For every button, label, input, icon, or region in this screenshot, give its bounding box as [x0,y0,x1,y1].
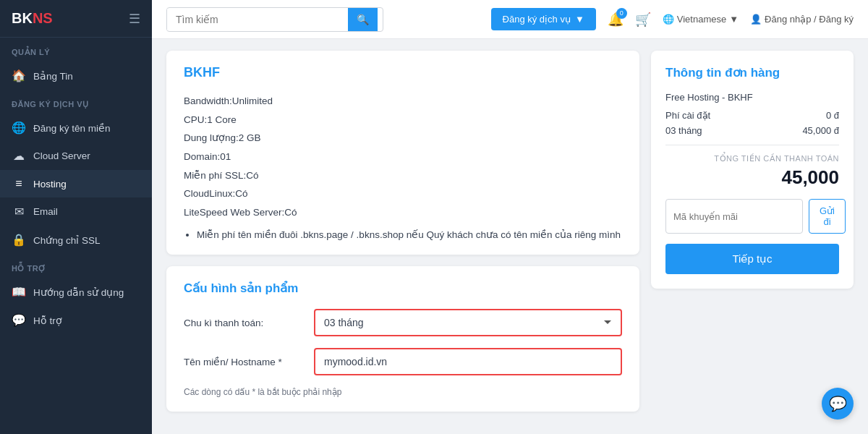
order-product: Free Hosting - BKHF [665,92,839,103]
cloud-icon: ☁ [12,149,26,163]
promo-input[interactable] [665,199,803,234]
install-fee-label: Phí cài đặt [665,110,710,121]
dropdown-arrow-icon: ▼ [575,14,584,25]
hostname-label: Tên miền/ Hostname * [184,356,314,367]
logo-bk: BK [12,10,33,26]
spec-bandwidth: Bandwidth:Unlimited [184,92,622,111]
sidebar: BKNS ☰ QUẢN LÝ 🏠 Bảng Tin ĐĂNG KÝ DỊCH V… [0,0,152,434]
sidebar-item-label: Chứng chỉ SSL [33,234,101,246]
support-icon: 💬 [12,313,26,327]
sidebar-item-label: Cloud Server [33,150,90,161]
login-link[interactable]: 👤 Đăng nhập / Đăng ký [750,14,854,25]
sidebar-item-ssl[interactable]: 🔒 Chứng chỉ SSL [0,226,152,254]
config-title: Cấu hình sản phẩm [184,281,622,296]
navbar: 🔍 Đăng ký dịch vụ ▼ 🔔 0 🛒 🌐 Vietnamese ▼… [152,0,868,39]
spec-storage: Dung lượng:2 GB [184,129,622,148]
product-title: BKHF [184,65,622,80]
navbar-right: Đăng ký dịch vụ ▼ 🔔 0 🛒 🌐 Vietnamese ▼ 👤… [491,8,854,30]
product-info-card: BKHF Bandwidth:Unlimited CPU:1 Core Dung… [166,51,639,255]
register-service-button[interactable]: Đăng ký dịch vụ ▼ [491,8,596,30]
spec-cpu: CPU:1 Core [184,111,622,129]
sidebar-item-label: Hướng dẫn sử dụng [33,286,124,298]
sidebar-item-dashboard[interactable]: 🏠 Bảng Tin [0,61,152,90]
chat-icon: 💬 [829,395,847,412]
sidebar-item-hosting[interactable]: ≡ Hosting [0,170,152,197]
spec-ssl: Miễn phí SSL:Có [184,166,622,185]
promo-row: Gửi đi [665,199,839,234]
section-label-manage: QUẢN LÝ [0,38,152,61]
logo-ns: NS [33,10,53,26]
language-label: Vietnamese [677,14,726,25]
sidebar-item-label: Đăng ký tên miền [33,122,111,134]
sidebar-item-cloud-server[interactable]: ☁ Cloud Server [0,142,152,170]
search-input[interactable] [167,9,348,30]
language-selector[interactable]: 🌐 Vietnamese ▼ [663,14,739,25]
register-service-label: Đăng ký dịch vụ [503,14,571,25]
left-column: BKHF Bandwidth:Unlimited CPU:1 Core Dung… [166,51,639,422]
order-divider [665,145,839,145]
order-period-row: 03 tháng 45,000 đ [665,125,839,136]
hosting-icon: ≡ [12,177,26,190]
section-label-support: HỖ TRỢ [0,254,152,278]
order-install-fee-row: Phí cài đặt 0 đ [665,110,839,121]
email-icon: ✉ [12,205,26,218]
notification-badge: 0 [616,8,627,19]
install-fee-value: 0 đ [826,110,839,121]
bullet-free-domain: Miễn phí tên miền đuôi .bkns.page / .bkn… [197,229,622,240]
guide-icon: 📖 [12,285,26,299]
sidebar-item-domain[interactable]: 🌐 Đăng ký tên miền [0,114,152,142]
product-bullets: Miễn phí tên miền đuôi .bkns.page / .bkn… [184,229,622,240]
hamburger-icon[interactable]: ☰ [129,11,140,27]
period-label: 03 tháng [665,125,702,136]
total-amount: 45,000 [665,166,839,189]
home-icon: 🏠 [12,69,26,82]
chat-bubble[interactable]: 💬 [822,388,854,420]
content-area: BKHF Bandwidth:Unlimited CPU:1 Core Dung… [152,39,868,434]
search-button[interactable]: 🔍 [348,8,378,31]
config-card: Cấu hình sản phẩm Chu kì thanh toán: 03 … [166,266,639,412]
hostname-row: Tên miền/ Hostname * [184,348,622,375]
continue-button[interactable]: Tiếp tục [665,244,839,274]
order-title: Thông tin đơn hàng [665,65,839,80]
domain-icon: 🌐 [12,121,26,135]
promo-button[interactable]: Gửi đi [809,199,846,234]
login-label: Đăng nhập / Đăng ký [765,14,854,25]
period-value: 45,000 đ [802,125,839,136]
sidebar-logo: BKNS ☰ [0,0,152,38]
product-specs: Bandwidth:Unlimited CPU:1 Core Dung lượn… [184,92,622,221]
order-card: Thông tin đơn hàng Free Hosting - BKHF P… [651,51,854,289]
user-icon: 👤 [750,14,762,25]
spec-cloudlinux: CloudLinux:Có [184,184,622,203]
billing-label: Chu kì thanh toán: [184,318,314,328]
hostname-input[interactable] [314,348,622,375]
billing-row: Chu kì thanh toán: 03 tháng 01 tháng 06 … [184,309,622,336]
required-note: Các dòng có dấu * là bắt buộc phải nhập [184,387,622,397]
search-box: 🔍 [166,7,383,32]
spec-domain: Domain:01 [184,148,622,166]
ssl-icon: 🔒 [12,233,26,247]
cart-button[interactable]: 🛒 [635,12,651,27]
sidebar-item-guide[interactable]: 📖 Hướng dẫn sử dụng [0,278,152,306]
main-content: 🔍 Đăng ký dịch vụ ▼ 🔔 0 🛒 🌐 Vietnamese ▼… [152,0,868,434]
sidebar-item-label: Bảng Tin [33,70,73,82]
spec-litespeed: LiteSpeed Web Server:Có [184,203,622,222]
section-label-register: ĐĂNG KÝ DỊCH VỤ [0,90,152,114]
sidebar-item-support[interactable]: 💬 Hỗ trợ [0,306,152,334]
total-label: TỔNG TIỀN CẦN THANH TOÁN [665,154,839,163]
notification-button[interactable]: 🔔 0 [608,12,624,27]
logo: BKNS [12,10,53,27]
globe-icon: 🌐 [663,14,674,25]
right-column: Thông tin đơn hàng Free Hosting - BKHF P… [651,51,854,422]
sidebar-item-label: Hỗ trợ [33,315,62,326]
sidebar-item-label: Email [33,206,58,217]
lang-dropdown-icon: ▼ [729,14,739,25]
billing-select[interactable]: 03 tháng 01 tháng 06 tháng 12 tháng [314,309,622,336]
sidebar-item-email[interactable]: ✉ Email [0,197,152,226]
sidebar-item-label: Hosting [33,179,67,190]
